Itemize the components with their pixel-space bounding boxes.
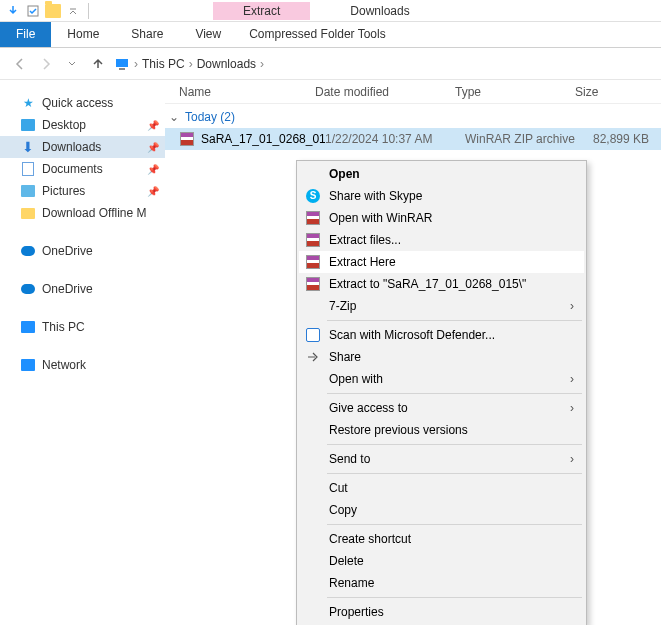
dropdown-icon[interactable]	[64, 2, 82, 20]
sidebar-quick-access[interactable]: ★ Quick access	[0, 92, 165, 114]
navigation-bar: › This PC › Downloads ›	[0, 48, 661, 80]
document-icon	[20, 161, 36, 177]
onedrive-icon	[20, 243, 36, 259]
sidebar-onedrive[interactable]: OneDrive	[0, 278, 165, 300]
pictures-icon	[20, 183, 36, 199]
pin-icon: 📌	[147, 164, 159, 175]
ctx-give-access[interactable]: Give access to›	[299, 397, 584, 419]
chevron-right-icon: ›	[570, 401, 574, 415]
ctx-cut[interactable]: Cut	[299, 477, 584, 499]
forward-button[interactable]	[36, 54, 56, 74]
pin-icon: 📌	[147, 120, 159, 131]
ctx-rename[interactable]: Rename	[299, 572, 584, 594]
ctx-extract-to[interactable]: Extract to "SaRA_17_01_0268_015\"	[299, 273, 584, 295]
skype-icon: S	[305, 188, 321, 204]
ctx-shortcut[interactable]: Create shortcut	[299, 528, 584, 550]
chevron-down-icon: ⌄	[169, 110, 179, 124]
compressed-tools-tab[interactable]: Compressed Folder Tools	[237, 22, 398, 47]
ctx-open[interactable]: Open	[299, 163, 584, 185]
network-icon	[20, 357, 36, 373]
pc-icon	[20, 319, 36, 335]
folder-icon[interactable]	[44, 2, 62, 20]
separator	[327, 444, 582, 445]
sidebar-downloads[interactable]: ⬇ Downloads 📌	[0, 136, 165, 158]
ctx-7zip[interactable]: 7-Zip›	[299, 295, 584, 317]
file-tab[interactable]: File	[0, 22, 51, 47]
ctx-copy[interactable]: Copy	[299, 499, 584, 521]
ctx-extract-here[interactable]: Extract Here	[299, 251, 584, 273]
ctx-open-with[interactable]: Open with›	[299, 368, 584, 390]
column-modified[interactable]: Date modified	[315, 85, 455, 99]
sidebar-onedrive[interactable]: OneDrive	[0, 240, 165, 262]
sidebar-label: This PC	[42, 320, 85, 334]
separator	[327, 473, 582, 474]
winrar-icon	[305, 254, 321, 270]
sidebar-this-pc[interactable]: This PC	[0, 316, 165, 338]
checkbox-icon[interactable]	[24, 2, 42, 20]
home-tab[interactable]: Home	[51, 22, 115, 47]
breadcrumb-root[interactable]: This PC	[142, 57, 185, 71]
separator	[327, 393, 582, 394]
ctx-share[interactable]: Share	[299, 346, 584, 368]
extract-tab-label[interactable]: Extract	[213, 2, 310, 20]
sidebar-label: Desktop	[42, 118, 86, 132]
down-arrow-icon[interactable]	[4, 2, 22, 20]
sidebar-download-offline[interactable]: Download Offline M	[0, 202, 165, 224]
ctx-properties[interactable]: Properties	[299, 601, 584, 623]
pin-icon: 📌	[147, 186, 159, 197]
sidebar-network[interactable]: Network	[0, 354, 165, 376]
pc-icon	[114, 56, 130, 72]
sidebar-label: Quick access	[42, 96, 113, 110]
column-size[interactable]: Size	[575, 85, 645, 99]
back-button[interactable]	[10, 54, 30, 74]
ribbon-tabs: File Home Share View Compressed Folder T…	[0, 22, 661, 48]
folder-icon	[20, 205, 36, 221]
ctx-delete[interactable]: Delete	[299, 550, 584, 572]
recent-dropdown-icon[interactable]	[62, 54, 82, 74]
chevron-right-icon: ›	[570, 372, 574, 386]
pin-icon: 📌	[147, 142, 159, 153]
navigation-pane: ★ Quick access Desktop 📌 ⬇ Downloads 📌 D…	[0, 80, 165, 625]
sidebar-documents[interactable]: Documents 📌	[0, 158, 165, 180]
sidebar-label: OneDrive	[42, 244, 93, 258]
contextual-tabs: Extract Downloads	[213, 2, 410, 20]
ctx-restore[interactable]: Restore previous versions	[299, 419, 584, 441]
group-label: Today (2)	[185, 110, 235, 124]
separator	[327, 320, 582, 321]
ctx-send-to[interactable]: Send to›	[299, 448, 584, 470]
file-type: WinRAR ZIP archive	[465, 132, 585, 146]
ctx-extract-files[interactable]: Extract files...	[299, 229, 584, 251]
chevron-right-icon: ›	[570, 452, 574, 466]
ctx-open-winrar[interactable]: Open with WinRAR	[299, 207, 584, 229]
up-button[interactable]	[88, 54, 108, 74]
column-name[interactable]: Name	[165, 85, 315, 99]
share-tab[interactable]: Share	[115, 22, 179, 47]
group-header-today[interactable]: ⌄ Today (2)	[165, 104, 661, 128]
chevron-right-icon[interactable]: ›	[189, 57, 193, 71]
onedrive-icon	[20, 281, 36, 297]
separator	[327, 597, 582, 598]
defender-icon	[305, 327, 321, 343]
column-type[interactable]: Type	[455, 85, 575, 99]
breadcrumb-folder[interactable]: Downloads	[197, 57, 256, 71]
svg-rect-2	[119, 68, 125, 70]
download-icon: ⬇	[20, 139, 36, 155]
chevron-right-icon[interactable]: ›	[260, 57, 264, 71]
chevron-right-icon[interactable]: ›	[134, 57, 138, 71]
star-icon: ★	[20, 95, 36, 111]
window-title: Downloads	[350, 4, 409, 18]
breadcrumb[interactable]: › This PC › Downloads ›	[114, 56, 264, 72]
quick-access-toolbar	[0, 2, 93, 20]
ctx-defender[interactable]: Scan with Microsoft Defender...	[299, 324, 584, 346]
sidebar-label: Network	[42, 358, 86, 372]
sidebar-desktop[interactable]: Desktop 📌	[0, 114, 165, 136]
sidebar-label: Downloads	[42, 140, 101, 154]
winrar-icon	[305, 210, 321, 226]
file-row[interactable]: SaRA_17_01_0268_015 1/22/2024 10:37 AM W…	[165, 128, 661, 150]
view-tab[interactable]: View	[179, 22, 237, 47]
sidebar-pictures[interactable]: Pictures 📌	[0, 180, 165, 202]
ctx-share-skype[interactable]: SShare with Skype	[299, 185, 584, 207]
column-headers: Name Date modified Type Size	[165, 80, 661, 104]
separator	[327, 524, 582, 525]
separator	[88, 3, 89, 19]
